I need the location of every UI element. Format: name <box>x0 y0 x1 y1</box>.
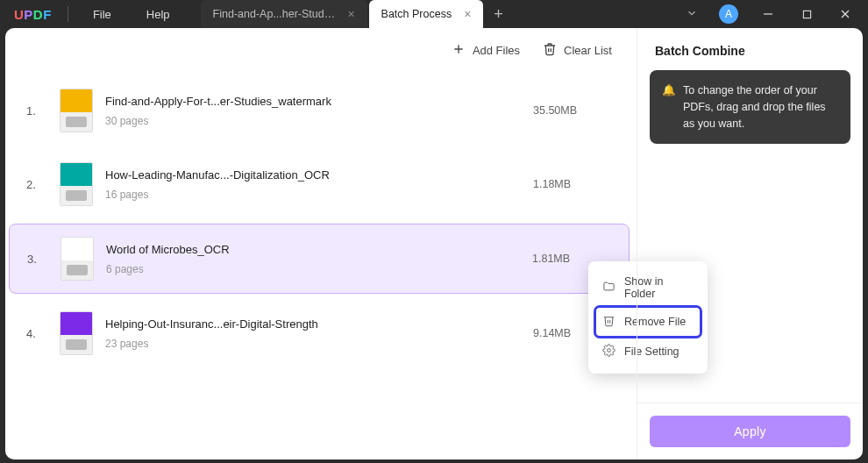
workspace: Add Files Clear List 1.Find-and-Apply-Fo… <box>5 28 863 459</box>
file-thumbnail <box>60 311 93 355</box>
tab-strip: Find-and-Ap...her-Studies × Batch Proces… <box>201 0 686 28</box>
app-logo: UPDF <box>5 7 60 22</box>
file-name: Find-and-Apply-For-t...er-Studies_waterm… <box>105 95 533 108</box>
tab-active[interactable]: Batch Process × <box>369 0 484 28</box>
action-bar: Add Files Clear List <box>5 28 637 68</box>
plus-icon <box>452 42 466 59</box>
menu-help[interactable]: Help <box>129 8 188 21</box>
file-pages: 23 pages <box>105 338 533 350</box>
svg-point-6 <box>608 349 611 353</box>
window-controls: A <box>686 0 863 28</box>
chevron-down-icon[interactable] <box>686 7 698 22</box>
side-title: Batch Combine <box>637 28 863 70</box>
maximize-button[interactable] <box>789 0 824 28</box>
tip-box: 🔔 To change the order of your PDFs, drag… <box>650 70 850 144</box>
close-button[interactable] <box>828 0 863 28</box>
file-meta: Helping-Out-Insuranc...eir-Digital-Stren… <box>105 317 533 350</box>
svg-rect-1 <box>803 11 810 18</box>
main-panel: Add Files Clear List 1.Find-and-Apply-Fo… <box>5 28 637 459</box>
titlebar: UPDF File Help Find-and-Ap...her-Studies… <box>0 0 868 28</box>
file-pages: 6 pages <box>106 263 532 275</box>
close-icon[interactable]: × <box>464 7 471 21</box>
file-thumbnail <box>60 237 94 281</box>
file-thumbnail <box>60 89 93 132</box>
file-row[interactable]: 1.Find-and-Apply-For-t...er-Studies_wate… <box>9 76 630 145</box>
trash-icon <box>602 314 615 330</box>
row-number: 2. <box>26 178 49 191</box>
row-number: 1. <box>26 104 49 118</box>
minimize-button[interactable] <box>751 0 786 28</box>
file-thumbnail <box>60 162 93 206</box>
divider <box>68 6 68 22</box>
row-number: 4. <box>26 327 49 340</box>
folder-icon <box>602 280 615 296</box>
side-panel: Batch Combine 🔔 To change the order of y… <box>637 28 863 459</box>
clear-list-button[interactable]: Clear List <box>543 42 612 59</box>
file-name: How-Leading-Manufac...-Digitalization_OC… <box>105 168 533 182</box>
file-row[interactable]: 3.World of Microbes_OCR6 pages1.81MB <box>9 224 630 294</box>
file-row[interactable]: 2.How-Leading-Manufac...-Digitalization_… <box>9 150 630 218</box>
tab-title: Find-and-Ap...her-Studies <box>213 8 336 20</box>
file-meta: Find-and-Apply-For-t...er-Studies_waterm… <box>105 95 533 127</box>
menu-file[interactable]: File <box>75 8 129 21</box>
new-tab-button[interactable]: + <box>483 5 514 24</box>
tab-inactive[interactable]: Find-and-Ap...her-Studies × <box>201 0 367 28</box>
file-pages: 16 pages <box>105 189 533 201</box>
avatar[interactable]: A <box>719 4 738 24</box>
file-name: Helping-Out-Insuranc...eir-Digital-Stren… <box>105 317 533 331</box>
apply-bar: Apply <box>637 402 863 459</box>
bell-icon: 🔔 <box>662 82 676 132</box>
apply-button[interactable]: Apply <box>650 416 850 447</box>
file-meta: How-Leading-Manufac...-Digitalization_OC… <box>105 168 533 201</box>
label: Add Files <box>473 44 520 57</box>
close-icon[interactable]: × <box>347 7 354 21</box>
trash-icon <box>543 42 557 59</box>
file-list: 1.Find-and-Apply-For-t...er-Studies_wate… <box>5 68 637 459</box>
tab-title: Batch Process <box>381 8 452 20</box>
gear-icon <box>602 344 615 360</box>
file-size: 1.18MB <box>533 178 621 190</box>
row-number: 3. <box>27 253 50 266</box>
file-size: 35.50MB <box>533 104 621 117</box>
tip-text: To change the order of your PDFs, drag a… <box>683 82 838 132</box>
label: Clear List <box>564 44 612 57</box>
file-meta: World of Microbes_OCR6 pages <box>106 243 532 275</box>
file-pages: 30 pages <box>105 115 533 127</box>
add-files-button[interactable]: Add Files <box>452 42 520 59</box>
file-row[interactable]: 4.Helping-Out-Insuranc...eir-Digital-Str… <box>9 299 630 367</box>
file-name: World of Microbes_OCR <box>106 243 532 256</box>
